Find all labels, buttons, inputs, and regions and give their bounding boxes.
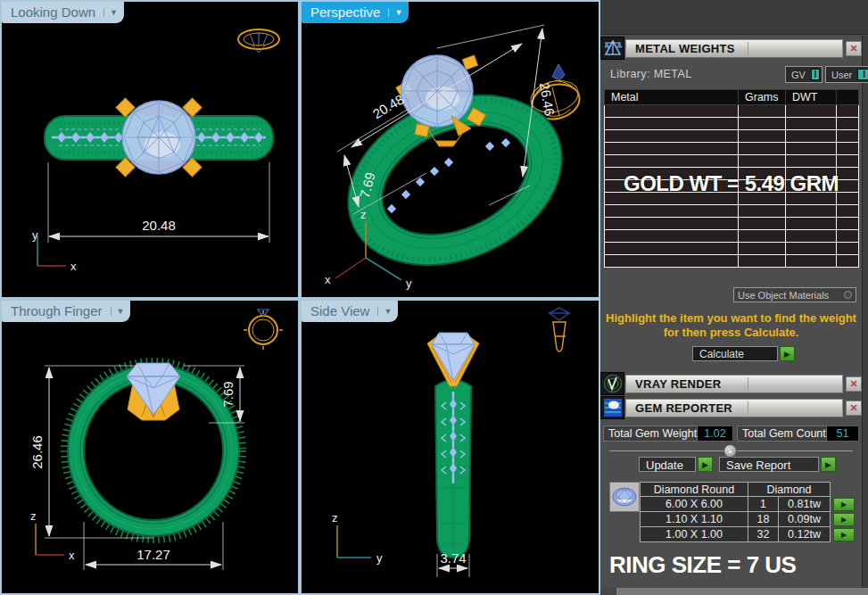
side-panel: METAL WEIGHTS ✕ Library: METAL GV I User… <box>600 0 868 595</box>
view-orientation-ring-icon <box>244 310 283 350</box>
svg-text:3.74: 3.74 <box>440 550 466 566</box>
viewport-title: Looking Down <box>11 4 103 20</box>
viewport-title: Side View <box>310 303 377 318</box>
chevron-down-icon[interactable]: ▼ <box>377 307 398 316</box>
metal-table-row[interactable] <box>605 180 859 193</box>
viewport-label-side-view[interactable]: Side View ▼ <box>302 301 398 322</box>
gv-toggle-button[interactable]: GV I <box>785 66 823 83</box>
dimension-band-width: 3.74 <box>437 550 469 577</box>
metal-table-row[interactable] <box>605 218 859 230</box>
rollout-title: GEM REPORTER <box>626 401 732 415</box>
metal-table-row[interactable] <box>605 130 859 143</box>
save-report-button[interactable]: Save Report ▶ <box>719 457 836 472</box>
metal-table-row[interactable] <box>605 155 859 168</box>
svg-text:7.69: 7.69 <box>220 381 236 407</box>
rollout-title-bar[interactable]: METAL WEIGHTS <box>625 39 843 58</box>
svg-text:z: z <box>332 511 338 525</box>
center-stone-front-view <box>127 363 180 420</box>
calculate-hint-text: Highlight the item you want to find the … <box>600 311 862 340</box>
gem-weight-cell: 0.81tw <box>779 497 831 512</box>
play-icon[interactable]: ▶ <box>698 457 713 472</box>
gem-row-play-button[interactable]: ▶ <box>833 498 855 511</box>
gem-count-cell: 32 <box>748 527 779 542</box>
gem-weight-cell: 0.09tw <box>779 512 831 527</box>
metal-table-row[interactable] <box>605 230 859 243</box>
svg-text:20.48: 20.48 <box>142 218 176 233</box>
viewport-title: Perspective <box>310 4 388 20</box>
svg-text:26.46: 26.46 <box>29 435 45 469</box>
panel-top-strip <box>600 0 868 35</box>
svg-text:17.27: 17.27 <box>136 547 170 562</box>
play-icon[interactable]: ▶ <box>780 346 795 361</box>
viewport-side-view[interactable]: Side View ▼ <box>302 301 599 593</box>
close-icon[interactable]: ✕ <box>846 376 862 392</box>
gem-row-play-button[interactable]: ▶ <box>833 513 855 526</box>
center-stone-top-view <box>116 98 202 177</box>
close-icon[interactable]: ✕ <box>846 401 862 416</box>
gem-count-cell: 1 <box>748 497 779 512</box>
svg-text:z: z <box>360 208 367 221</box>
chevron-down-icon[interactable]: ▼ <box>103 8 124 17</box>
perspective-canvas[interactable]: 20.48 7.69 26.46 <box>302 2 599 297</box>
gem-table-row[interactable]: 1.00 X 1.00320.12tw▶ <box>641 527 856 542</box>
svg-text:y: y <box>32 228 38 242</box>
gem-count-cell: 18 <box>748 512 779 527</box>
metal-table-row[interactable] <box>605 105 859 118</box>
svg-text:26.46: 26.46 <box>537 81 558 117</box>
viewport-label-looking-down[interactable]: Looking Down ▼ <box>2 2 124 23</box>
vray-render-rollout-header[interactable]: VRAY RENDER ✕ <box>600 372 862 395</box>
scale-icon <box>600 37 624 60</box>
gv-indicator: I <box>811 69 820 80</box>
user-toggle-button[interactable]: User I <box>825 66 868 83</box>
update-button[interactable]: Update ▶ <box>639 457 713 472</box>
rollout-title: VRAY RENDER <box>626 377 722 391</box>
metal-table-body <box>605 105 859 268</box>
svg-text:x: x <box>69 549 75 562</box>
gem-table-body: 6.00 X 6.0010.81tw▶1.10 X 1.10180.09tw▶1… <box>641 497 856 542</box>
radio-icon[interactable] <box>844 291 852 299</box>
svg-text:x: x <box>70 260 77 273</box>
gem-table-row[interactable]: 1.10 X 1.10180.09tw▶ <box>641 512 856 527</box>
metal-table-row[interactable] <box>605 243 859 255</box>
side-view-canvas[interactable]: 3.74 z y <box>302 301 599 593</box>
panel-bottom-strip[interactable] <box>600 588 868 595</box>
viewport-through-finger[interactable]: Through Finger ▼ <box>2 301 298 593</box>
rollout-title-bar[interactable]: GEM REPORTER <box>625 399 843 417</box>
play-icon[interactable]: ▶ <box>821 457 836 472</box>
through-finger-canvas[interactable]: 26.46 7.69 17.27 z <box>2 301 298 593</box>
viewport-label-perspective[interactable]: Perspective ▼ <box>302 2 409 23</box>
use-object-materials-button[interactable]: Use Object Materials <box>733 287 856 302</box>
gem-totals-row: Total Gem Weight 1.02 Total Gem Count 51 <box>603 426 862 442</box>
svg-text:y: y <box>406 277 412 290</box>
viewport-grid: Looking Down ▼ <box>0 0 600 595</box>
axis-indicator: z y <box>332 511 383 565</box>
looking-down-canvas[interactable]: 20.48 y x <box>2 2 298 297</box>
gem-table-row[interactable]: 6.00 X 6.0010.81tw▶ <box>641 497 856 512</box>
close-icon[interactable]: ✕ <box>846 41 862 56</box>
gem-weight-cell: 0.12tw <box>779 527 831 542</box>
view-orientation-ring-icon <box>238 29 279 53</box>
metal-table-header: Metal Grams DWT <box>605 90 859 105</box>
chevron-down-icon[interactable]: ▼ <box>388 8 409 17</box>
ring-band-side-view <box>435 380 471 558</box>
calculate-button[interactable]: Calculate ▶ <box>692 346 795 361</box>
viewport-label-through-finger[interactable]: Through Finger ▼ <box>2 301 130 322</box>
application-window: Looking Down ▼ <box>0 0 868 595</box>
chevron-down-icon[interactable]: ▼ <box>111 307 131 316</box>
gem-row-play-button[interactable]: ▶ <box>833 528 855 541</box>
library-row: Library: METAL GV I User I <box>600 66 862 84</box>
metal-table-row[interactable] <box>605 118 859 130</box>
metal-weights-rollout-header[interactable]: METAL WEIGHTS ✕ <box>600 37 862 60</box>
svg-text:z: z <box>30 509 37 523</box>
axis-indicator: y x <box>32 228 77 273</box>
metal-table-row[interactable] <box>605 143 859 155</box>
metal-table-row[interactable] <box>605 193 859 205</box>
rollout-title-bar[interactable]: VRAY RENDER <box>625 375 843 393</box>
metal-table-row[interactable] <box>605 255 859 268</box>
metal-table-row[interactable] <box>605 205 859 218</box>
viewport-perspective[interactable]: Perspective ▼ <box>302 2 599 297</box>
collapse-up-button[interactable]: ▲ <box>723 444 737 458</box>
gem-reporter-rollout-header[interactable]: GEM REPORTER ✕ <box>600 396 862 419</box>
viewport-looking-down[interactable]: Looking Down ▼ <box>2 2 298 297</box>
metal-table-row[interactable] <box>605 168 859 180</box>
